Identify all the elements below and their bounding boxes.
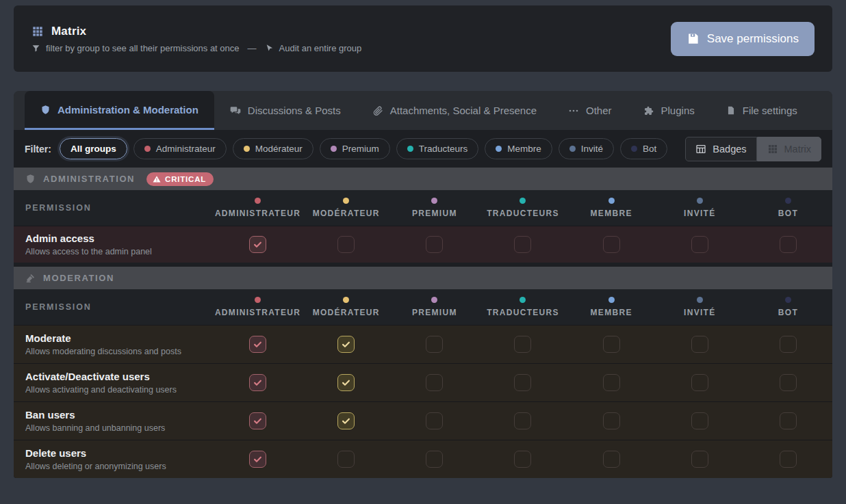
checkbox-cell	[214, 412, 302, 429]
column-header: INVITÉ	[656, 297, 744, 317]
permission-name-cell: Admin access Allows access to the admin …	[14, 233, 214, 256]
permission-checkbox[interactable]	[514, 451, 531, 468]
group-filter-pill[interactable]: Membre	[485, 138, 552, 159]
tab-file-settings[interactable]: File settings	[710, 91, 813, 130]
checkbox-cell	[744, 412, 832, 429]
permission-checkbox[interactable]	[691, 374, 708, 391]
tab-label: Attachments, Social & Presence	[390, 105, 537, 116]
permission-checkbox[interactable]	[603, 236, 620, 253]
permission-checkbox[interactable]	[249, 236, 266, 253]
group-filter-pill-label: Administrateur	[156, 144, 216, 154]
filter-hint-text: filter by group to see all their permiss…	[46, 43, 240, 53]
permission-checkbox[interactable]	[691, 451, 708, 468]
ellipsis-icon	[568, 105, 579, 116]
badges-view-button[interactable]: Badges	[685, 137, 756, 161]
permission-checkbox[interactable]	[249, 451, 266, 468]
permission-checkbox[interactable]	[691, 236, 708, 253]
save-permissions-button[interactable]: Save permissions	[671, 22, 815, 56]
permission-checkbox[interactable]	[337, 236, 355, 253]
save-icon	[687, 32, 700, 45]
tab-discussions-posts[interactable]: Discussions & Posts	[214, 91, 357, 130]
checkbox-cell	[478, 336, 567, 353]
permission-checkbox[interactable]	[780, 236, 797, 253]
table-icon	[695, 144, 706, 155]
permission-checkbox[interactable]	[780, 336, 797, 353]
permission-checkbox[interactable]	[514, 412, 531, 429]
permission-checkbox[interactable]	[603, 336, 620, 353]
permission-checkbox[interactable]	[337, 412, 355, 429]
permission-checkbox[interactable]	[426, 236, 443, 253]
group-filter-pill[interactable]: Premium	[320, 138, 390, 159]
column-header-label: MODÉRATEUR	[313, 308, 380, 317]
tab-plugins[interactable]: Plugins	[628, 91, 710, 130]
matrix-view-button[interactable]: Matrix	[757, 137, 821, 161]
permission-description: Allows activating and deactivating users	[25, 385, 214, 395]
group-filter-pill-label: Premium	[342, 144, 379, 154]
tab-other[interactable]: Other	[552, 91, 628, 130]
tab-attachments-social-presence[interactable]: Attachments, Social & Presence	[357, 91, 552, 130]
table-row: Activate/Deactivate users Allows activat…	[14, 363, 832, 401]
permission-checkbox[interactable]	[426, 336, 443, 353]
group-color-dot	[343, 297, 349, 303]
permission-checkbox[interactable]	[780, 451, 797, 468]
group-filter-pill[interactable]: All groups	[60, 138, 127, 159]
shield-icon	[40, 105, 51, 115]
group-color-dot	[520, 198, 526, 204]
column-header-label: PREMIUM	[412, 209, 457, 218]
group-filter-pill[interactable]: Administrateur	[133, 138, 227, 159]
permission-checkbox[interactable]	[691, 336, 708, 353]
group-filter-pill[interactable]: Invité	[559, 138, 614, 159]
checkbox-cell	[478, 374, 567, 391]
permission-checkbox[interactable]	[780, 374, 797, 391]
column-header: MODÉRATEUR	[302, 198, 390, 218]
permission-checkbox[interactable]	[337, 451, 355, 468]
group-color-dot	[144, 146, 151, 152]
column-header: PREMIUM	[390, 297, 478, 317]
permission-checkbox[interactable]	[337, 336, 355, 353]
permission-checkbox[interactable]	[780, 412, 797, 429]
group-color-dot	[331, 146, 337, 152]
header-subtitle: filter by group to see all their permiss…	[31, 43, 361, 53]
checkbox-cell	[567, 336, 656, 353]
permission-checkbox[interactable]	[691, 412, 708, 429]
group-color-dot	[431, 297, 437, 303]
permission-column-header: PERMISSION	[14, 203, 214, 213]
permission-checkbox[interactable]	[514, 236, 531, 253]
permission-checkbox[interactable]	[514, 374, 531, 391]
permission-checkbox[interactable]	[603, 374, 620, 391]
checkbox-cell	[567, 374, 656, 391]
group-filter-pill[interactable]: Modérateur	[233, 138, 313, 159]
tab-administration-moderation[interactable]: Administration & Moderation	[25, 91, 214, 130]
group-filter-pill[interactable]: Traducteurs	[396, 138, 479, 159]
column-header-label: MODÉRATEUR	[313, 209, 380, 218]
permission-checkbox[interactable]	[603, 451, 620, 468]
group-filter-pill[interactable]: Bot	[620, 138, 667, 159]
tab-label: Discussions & Posts	[248, 105, 341, 116]
permissions-panel: Administration & Moderation Discussions …	[14, 91, 832, 478]
tab-label: File settings	[743, 105, 797, 116]
permission-name: Moderate	[25, 332, 214, 344]
column-header: MEMBRE	[567, 297, 656, 317]
permission-checkbox[interactable]	[249, 374, 266, 391]
critical-badge: CRITICAL	[146, 172, 214, 186]
permission-checkbox[interactable]	[603, 412, 620, 429]
checkbox-cell	[478, 412, 567, 429]
shield-icon	[25, 174, 36, 184]
permission-checkbox[interactable]	[426, 374, 443, 391]
group-color-dot	[520, 297, 526, 303]
permission-checkbox[interactable]	[426, 451, 443, 468]
column-header: BOT	[744, 297, 832, 317]
gavel-icon	[25, 273, 36, 283]
badges-button-label: Badges	[713, 144, 746, 155]
group-filter-pill-label: Modérateur	[255, 144, 303, 154]
puzzle-icon	[643, 105, 654, 116]
column-header-label: BOT	[778, 209, 798, 218]
permission-checkbox[interactable]	[337, 374, 355, 391]
permission-checkbox[interactable]	[249, 336, 266, 353]
permission-checkbox[interactable]	[249, 412, 266, 429]
section-header-administration: ADMINISTRATION CRITICAL	[14, 168, 832, 190]
permission-checkbox[interactable]	[514, 336, 531, 353]
permission-name-cell: Delete users Allows deleting or anonymiz…	[14, 447, 214, 471]
permission-checkbox[interactable]	[426, 412, 443, 429]
column-header: ADMINISTRATEUR	[214, 297, 302, 317]
